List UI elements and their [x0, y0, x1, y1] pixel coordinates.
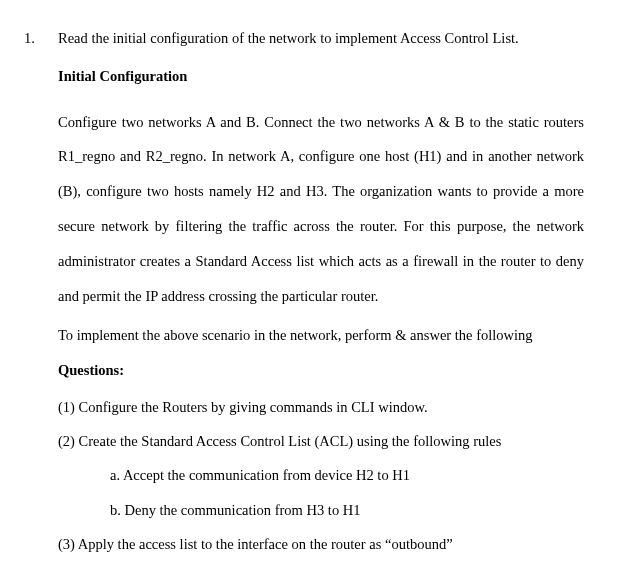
heading-questions: Questions: [58, 360, 584, 380]
question-2-subitems: a. Accept the communication from device … [110, 465, 584, 520]
document-root: 1. Read the initial configuration of the… [42, 28, 584, 554]
question-3: (3) Apply the access list to the interfa… [58, 534, 584, 554]
question-1: (1) Configure the Routers by giving comm… [58, 397, 584, 417]
intro-text: Read the initial configuration of the ne… [58, 28, 584, 48]
question-2b: b. Deny the communication from H3 to H1 [110, 500, 584, 520]
heading-initial-configuration: Initial Configuration [58, 66, 584, 86]
list-number: 1. [24, 28, 35, 48]
body-paragraph-1: Configure two networks A and B. Connect … [58, 105, 584, 314]
question-2a: a. Accept the communication from device … [110, 465, 584, 485]
body-paragraph-2: To implement the above scenario in the n… [58, 321, 584, 350]
question-2: (2) Create the Standard Access Control L… [58, 431, 584, 451]
content-block: Read the initial configuration of the ne… [58, 28, 584, 554]
